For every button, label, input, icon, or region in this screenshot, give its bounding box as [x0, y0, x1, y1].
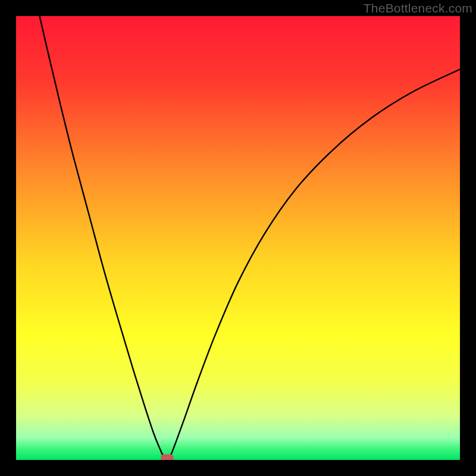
chart-svg: [16, 16, 460, 460]
plot-area: [16, 16, 460, 460]
minimum-marker: [161, 455, 174, 461]
chart-frame: TheBottleneck.com: [0, 0, 476, 476]
watermark-text: TheBottleneck.com: [364, 1, 472, 15]
gradient-background: [16, 16, 460, 460]
